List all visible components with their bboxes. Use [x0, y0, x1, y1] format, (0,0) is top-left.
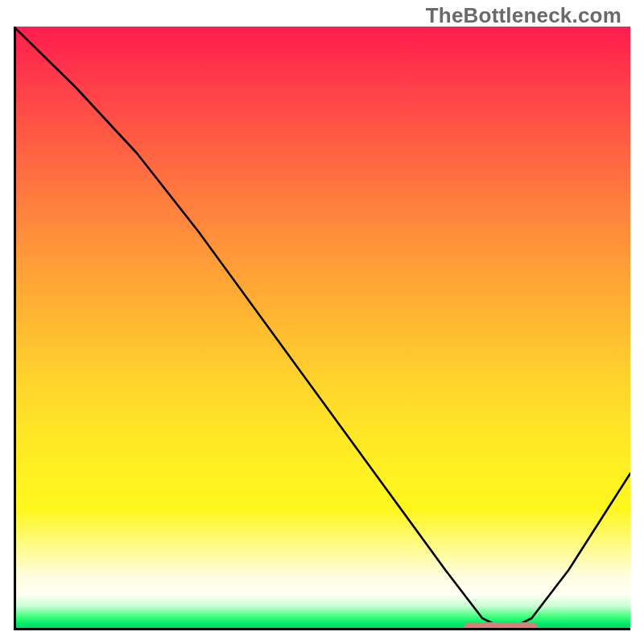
- curve-svg: [14, 27, 630, 630]
- bottleneck-curve-path: [14, 27, 630, 630]
- watermark-text: TheBottleneck.com: [426, 3, 621, 28]
- plot-area: [14, 27, 630, 630]
- optimal-marker: [464, 622, 538, 630]
- chart-wrap: { "watermark": "TheBottleneck.com", "cha…: [0, 0, 644, 644]
